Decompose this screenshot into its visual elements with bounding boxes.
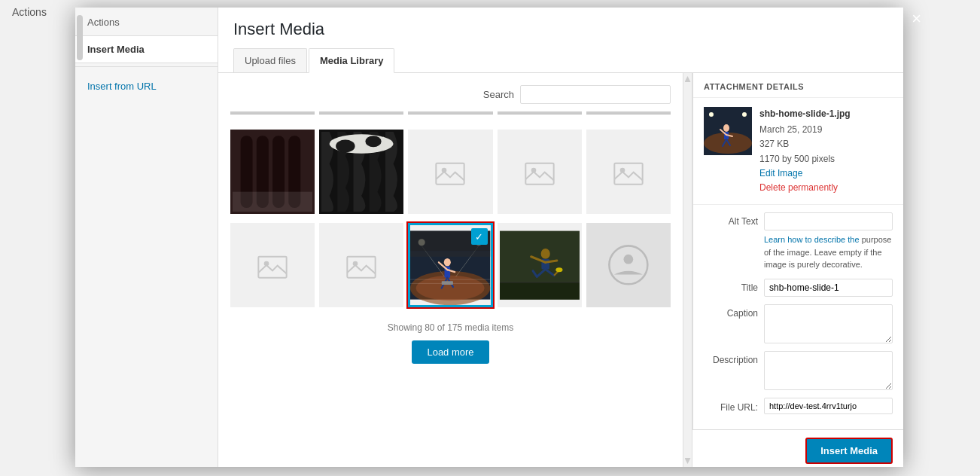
attachment-info: shb-home-slide-1.jpg March 25, 2019 327 … bbox=[759, 107, 851, 195]
svg-point-55 bbox=[742, 112, 747, 117]
svg-point-40 bbox=[540, 249, 549, 259]
insert-media-button[interactable]: Insert Media bbox=[805, 438, 893, 464]
attachment-panel: ATTACHMENT DETAILS bbox=[692, 73, 903, 429]
tab-media-library[interactable]: Media Library bbox=[309, 48, 395, 73]
attachment-date: March 25, 2019 bbox=[759, 123, 851, 137]
media-item-placeholder[interactable] bbox=[586, 130, 671, 214]
attachment-thumbnail bbox=[704, 107, 752, 155]
title-label: Title bbox=[704, 279, 758, 293]
media-item-placeholder[interactable] bbox=[230, 223, 315, 307]
caption-label: Caption bbox=[704, 304, 758, 319]
sidebar: Actions Insert Media Insert from URL bbox=[75, 8, 218, 467]
svg-point-22 bbox=[416, 276, 485, 301]
attachment-size: 327 KB bbox=[759, 137, 851, 151]
sidebar-divider bbox=[75, 66, 218, 67]
learn-how-link[interactable]: Learn how to describe the bbox=[764, 235, 860, 244]
delete-permanently-link[interactable]: Delete permanently bbox=[759, 181, 851, 195]
selected-checkmark: ✓ bbox=[471, 228, 488, 245]
attachment-fields: Alt Text Learn how to describe the purpo… bbox=[693, 205, 903, 429]
actions-label: Actions bbox=[0, 0, 59, 24]
search-input[interactable] bbox=[520, 85, 671, 104]
media-grid-row1 bbox=[230, 130, 671, 214]
svg-rect-35 bbox=[442, 282, 453, 285]
media-item-athlete[interactable] bbox=[498, 223, 582, 307]
scroll-up-arrow[interactable] bbox=[685, 76, 691, 82]
svg-rect-37 bbox=[410, 251, 490, 257]
media-item-placeholder[interactable] bbox=[408, 130, 492, 214]
alt-text-row: Alt Text Learn how to describe the purpo… bbox=[704, 212, 893, 271]
svg-point-51 bbox=[624, 255, 634, 264]
title-input[interactable] bbox=[764, 279, 893, 297]
media-item[interactable] bbox=[319, 130, 403, 214]
svg-point-54 bbox=[709, 112, 714, 117]
svg-rect-10 bbox=[437, 163, 464, 185]
showing-text: Showing 80 of 175 media items bbox=[230, 322, 671, 333]
description-label: Description bbox=[704, 351, 758, 365]
close-button[interactable]: × bbox=[907, 8, 926, 30]
media-item-gray-circle[interactable] bbox=[586, 223, 671, 307]
description-row: Description bbox=[704, 351, 893, 390]
alt-text-input[interactable] bbox=[764, 212, 893, 230]
svg-rect-16 bbox=[258, 257, 286, 278]
alt-text-label: Alt Text bbox=[704, 212, 758, 227]
caption-input[interactable] bbox=[764, 304, 893, 343]
insert-media-dialog: × Actions Insert Media Insert from URL I… bbox=[75, 8, 903, 467]
media-area: Search bbox=[218, 73, 903, 467]
scroll-down-arrow[interactable] bbox=[685, 458, 691, 464]
svg-point-48 bbox=[555, 267, 562, 272]
svg-rect-12 bbox=[525, 163, 553, 185]
description-input[interactable] bbox=[764, 351, 893, 390]
attachment-preview: shb-home-slide-1.jpg March 25, 2019 327 … bbox=[693, 98, 903, 205]
dialog-title: Insert Media bbox=[233, 20, 888, 39]
load-more-button[interactable]: Load more bbox=[412, 340, 488, 364]
search-bar: Search bbox=[230, 85, 671, 104]
file-url-row: File URL: bbox=[704, 398, 893, 414]
svg-point-9 bbox=[366, 136, 382, 147]
attachment-panel-wrapper: ATTACHMENT DETAILS bbox=[692, 73, 903, 467]
sidebar-item-insert-media[interactable]: Insert Media bbox=[75, 35, 218, 63]
svg-point-29 bbox=[444, 258, 451, 267]
media-grid-row2: ✓ bbox=[230, 223, 671, 307]
main-content: Insert Media Upload files Media Library bbox=[218, 8, 903, 467]
tab-upload[interactable]: Upload files bbox=[233, 48, 307, 72]
edit-image-link[interactable]: Edit Image bbox=[759, 166, 851, 181]
media-item-placeholder[interactable] bbox=[498, 130, 582, 214]
media-footer: Showing 80 of 175 media items Load more bbox=[230, 316, 671, 376]
page-background: Actions × Actions Insert Media Insert fr… bbox=[0, 0, 980, 476]
attachment-filename: shb-home-slide-1.jpg bbox=[759, 107, 851, 121]
file-url-input[interactable] bbox=[764, 398, 893, 414]
media-item-placeholder[interactable] bbox=[319, 223, 403, 307]
dialog-header: Insert Media Upload files Media Library bbox=[218, 8, 903, 73]
svg-rect-14 bbox=[614, 163, 642, 185]
svg-point-8 bbox=[336, 140, 355, 153]
title-row: Title bbox=[704, 279, 893, 297]
caption-row: Caption bbox=[704, 304, 893, 343]
svg-rect-18 bbox=[348, 257, 376, 278]
search-label: Search bbox=[483, 89, 514, 100]
attachment-dimensions: 1170 by 500 pixels bbox=[759, 152, 851, 166]
svg-rect-5 bbox=[233, 192, 312, 212]
media-item-selected[interactable]: ✓ bbox=[408, 223, 492, 307]
sidebar-item-insert-from-url[interactable]: Insert from URL bbox=[75, 73, 218, 99]
sidebar-actions-label: Actions bbox=[75, 8, 218, 35]
media-item[interactable] bbox=[230, 130, 315, 214]
svg-rect-39 bbox=[500, 282, 580, 300]
svg-point-50 bbox=[609, 246, 647, 285]
file-url-label: File URL: bbox=[704, 398, 758, 413]
svg-point-56 bbox=[723, 124, 729, 132]
scrollbar-track[interactable] bbox=[683, 73, 692, 467]
tabs: Upload files Media Library bbox=[233, 48, 888, 72]
dialog-footer: Insert Media bbox=[692, 429, 903, 467]
attachment-panel-header: ATTACHMENT DETAILS bbox=[693, 73, 903, 98]
learn-how-text: Learn how to describe the purpose of the… bbox=[764, 233, 893, 271]
media-grid-container[interactable]: Search bbox=[218, 73, 683, 467]
